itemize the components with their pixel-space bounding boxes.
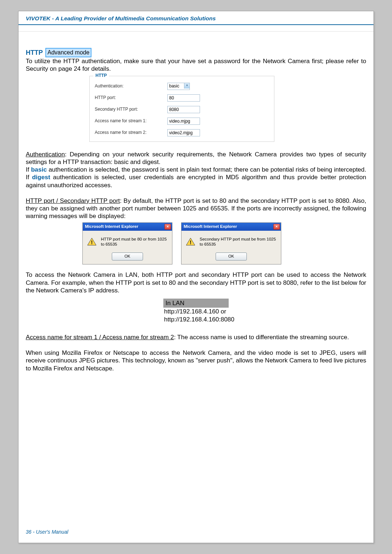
http-port-input[interactable] [167,94,200,102]
dialog-title-text: Microsoft Internet Explorer [85,224,138,229]
page-content: HTTP Advanced mode To utilize the HTTP a… [19,32,373,372]
warning-icon: ! [186,238,195,246]
label-secondary-http-port: Secondary HTTP port: [95,107,167,112]
auth-paragraph: Authentication: Depending on your networ… [26,151,366,189]
lan-table-head: In LAN [163,299,229,308]
dialog-http-port-warning: Microsoft Internet Explorer × ! HTTP por… [82,222,172,265]
http-legend: HTTP [93,73,109,78]
section-title: HTTP [26,49,43,56]
row-secondary-http-port: Secondary HTTP port: [95,106,270,113]
auth-lead: Authentication [26,151,65,158]
section-heading: HTTP Advanced mode [26,48,366,57]
dialog-examples: Microsoft Internet Explorer × ! HTTP por… [82,222,366,265]
ports-lead: HTTP port / Secondary HTTP port [26,197,120,204]
keyword-basic: basic [31,166,46,173]
dialog-secondary-port-warning: Microsoft Internet Explorer × ! Secondar… [181,222,281,265]
lan-url-1: http://192.168.4.160 or [164,308,229,315]
secondary-http-port-input[interactable] [167,106,200,113]
warning-icon: ! [87,238,97,246]
dialog-title-text: Microsoft Internet Explorer [184,224,237,229]
row-stream1: Access name for stream 1: [95,118,270,125]
label-authentication: Authentication: [95,83,167,89]
keyword-digest: digest [32,174,50,181]
chevron-down-icon: ▾ [184,83,189,89]
lan-table: In LAN http://192.168.4.160 or http://19… [163,299,229,323]
label-http-port: HTTP port: [95,95,167,100]
dialog-message: Secondary HTTP port must be from 1025 to… [200,237,277,247]
close-icon[interactable]: × [273,224,280,230]
row-authentication: Authentication: basic ▾ [95,83,270,90]
dialog-body: ! Secondary HTTP port must be from 1025 … [181,231,281,264]
page-header: VIVOTEK - A Leading Provider of Multimed… [19,11,373,25]
dialog-body: ! HTTP port must be 80 or from 1025 to 6… [83,231,172,264]
advanced-mode-badge: Advanced mode [45,48,92,57]
access-paragraph: Access name for stream 1 / Access name f… [26,333,366,341]
header-divider [19,25,373,32]
ports-paragraph: HTTP port / Secondary HTTP port: By defa… [26,197,366,220]
stream1-input[interactable] [167,118,200,125]
dialog-titlebar: Microsoft Internet Explorer × [181,223,281,231]
ok-button[interactable]: OK [112,253,143,260]
authentication-value: basic [169,83,179,89]
access-lead: Access name for stream 1 / Access name f… [26,334,174,341]
label-stream1: Access name for stream 1: [95,118,167,124]
page-footer: 36 - User's Manual [26,529,68,535]
lan-url-2: http://192.168.4.160:8080 [164,316,229,323]
http-settings-panel: HTTP Authentication: basic ▾ HTTP port: … [89,76,274,142]
svg-text:!: ! [190,239,192,245]
row-http-port: HTTP port: [95,94,270,102]
row-stream2: Access name for stream 2: [95,129,270,136]
svg-text:!: ! [91,239,93,245]
close-icon[interactable]: × [164,224,171,230]
lan-table-body: http://192.168.4.160 or http://192.168.4… [163,308,229,323]
header-brand: VIVOTEK - A Leading Provider of Multimed… [26,15,216,21]
dialog-message: HTTP port must be 80 or from 1025 to 655… [101,237,168,247]
page: VIVOTEK - A Leading Provider of Multimed… [18,11,374,543]
label-stream2: Access name for stream 2: [95,130,167,135]
dialog-titlebar: Microsoft Internet Explorer × [83,223,172,231]
authentication-select[interactable]: basic ▾ [167,83,190,90]
intro-paragraph: To utilize the HTTP authentication, make… [26,57,366,73]
stream2-input[interactable] [167,129,200,136]
lan-intro-paragraph: To access the Network Camera in LAN, bot… [26,271,366,294]
ok-button[interactable]: OK [216,253,247,260]
firefox-paragraph: When using Mozilla Firefox or Netscape t… [26,349,366,372]
